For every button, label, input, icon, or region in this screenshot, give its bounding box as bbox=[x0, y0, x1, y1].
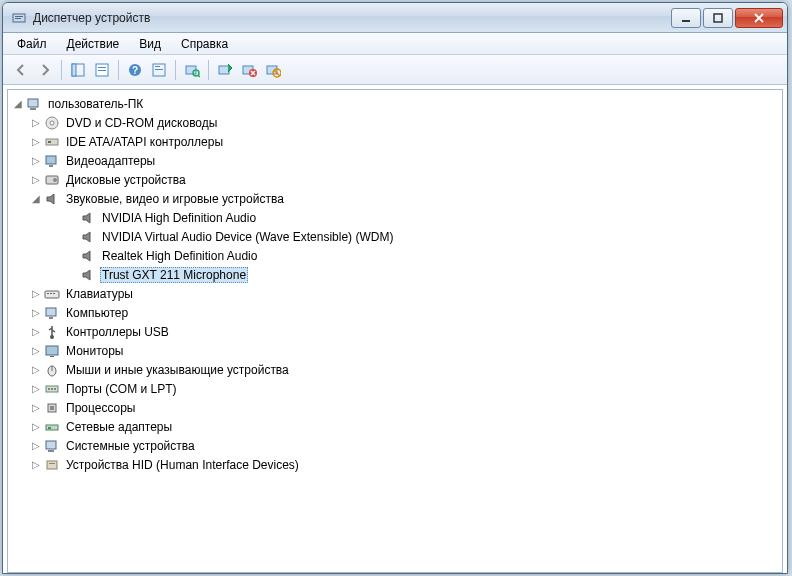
scan-button[interactable] bbox=[180, 58, 204, 82]
toolbar-separator bbox=[61, 60, 62, 80]
svg-rect-32 bbox=[45, 291, 59, 298]
svg-rect-50 bbox=[48, 427, 51, 429]
tree-item-label: Trust GXT 211 Microphone bbox=[100, 267, 248, 283]
svg-rect-3 bbox=[682, 20, 690, 22]
svg-rect-52 bbox=[48, 450, 54, 452]
svg-rect-48 bbox=[50, 406, 54, 410]
show-hide-tree-button[interactable] bbox=[66, 58, 90, 82]
tree-item-trust-selected[interactable]: ▷ Trust GXT 211 Microphone bbox=[8, 265, 782, 284]
monitor-icon bbox=[44, 343, 60, 359]
tree-item-video[interactable]: ▷ Видеоадаптеры bbox=[8, 151, 782, 170]
tree-item-usb[interactable]: ▷ Контроллеры USB bbox=[8, 322, 782, 341]
forward-button[interactable] bbox=[33, 58, 57, 82]
expand-icon[interactable]: ▷ bbox=[30, 136, 42, 148]
svg-point-46 bbox=[54, 388, 56, 390]
collapse-icon[interactable]: ◢ bbox=[12, 98, 24, 110]
tree-item-label: Видеоадаптеры bbox=[64, 153, 157, 169]
expand-icon[interactable]: ▷ bbox=[30, 402, 42, 414]
menu-view[interactable]: Вид bbox=[129, 35, 171, 53]
svg-rect-51 bbox=[46, 441, 56, 449]
update-driver-button[interactable] bbox=[213, 58, 237, 82]
tree-item-label: Сетевые адаптеры bbox=[64, 419, 174, 435]
tree-item-label: Realtek High Definition Audio bbox=[100, 248, 259, 264]
keyboard-icon bbox=[44, 286, 60, 302]
tree-item-ports[interactable]: ▷ Порты (COM и LPT) bbox=[8, 379, 782, 398]
tree-item-keyboard[interactable]: ▷ Клавиатуры bbox=[8, 284, 782, 303]
menu-file[interactable]: Файл bbox=[7, 35, 57, 53]
expand-icon[interactable]: ▷ bbox=[30, 345, 42, 357]
back-button[interactable] bbox=[9, 58, 33, 82]
tree-item-realtek[interactable]: ▷ Realtek High Definition Audio bbox=[8, 246, 782, 265]
tree-item-system[interactable]: ▷ Системные устройства bbox=[8, 436, 782, 455]
svg-rect-49 bbox=[46, 425, 58, 430]
svg-rect-33 bbox=[47, 293, 49, 294]
tree-item-hid[interactable]: ▷ Устройства HID (Human Interface Device… bbox=[8, 455, 782, 474]
display-adapter-icon bbox=[44, 153, 60, 169]
tree-item-label: Системные устройства bbox=[64, 438, 197, 454]
expand-icon[interactable]: ▷ bbox=[30, 383, 42, 395]
disable-button[interactable] bbox=[261, 58, 285, 82]
svg-rect-35 bbox=[53, 293, 55, 294]
tree-item-disk[interactable]: ▷ Дисковые устройства bbox=[8, 170, 782, 189]
tree-item-nvidia-virtual[interactable]: ▷ NVIDIA Virtual Audio Device (Wave Exte… bbox=[8, 227, 782, 246]
svg-rect-23 bbox=[30, 108, 36, 110]
expand-icon[interactable]: ▷ bbox=[30, 288, 42, 300]
tree-item-dvd[interactable]: ▷ DVD и CD-ROM дисководы bbox=[8, 113, 782, 132]
uninstall-button[interactable] bbox=[237, 58, 261, 82]
network-icon bbox=[44, 419, 60, 435]
maximize-button[interactable] bbox=[703, 8, 733, 28]
sound-icon bbox=[80, 210, 96, 226]
svg-rect-17 bbox=[219, 66, 229, 74]
svg-rect-39 bbox=[46, 346, 58, 355]
collapse-icon[interactable]: ◢ bbox=[30, 193, 42, 205]
svg-rect-54 bbox=[49, 463, 55, 464]
tree-item-label: Устройства HID (Human Interface Devices) bbox=[64, 457, 301, 473]
toolbar-separator bbox=[118, 60, 119, 80]
minimize-button[interactable] bbox=[671, 8, 701, 28]
tree-item-cpu[interactable]: ▷ Процессоры bbox=[8, 398, 782, 417]
menu-action[interactable]: Действие bbox=[57, 35, 130, 53]
svg-rect-36 bbox=[46, 308, 56, 316]
svg-point-44 bbox=[48, 388, 50, 390]
tree-item-monitor[interactable]: ▷ Мониторы bbox=[8, 341, 782, 360]
help-button[interactable]: ? bbox=[123, 58, 147, 82]
svg-rect-1 bbox=[15, 16, 23, 17]
svg-rect-9 bbox=[98, 70, 106, 71]
svg-rect-34 bbox=[50, 293, 52, 294]
tree-item-label: Дисковые устройства bbox=[64, 172, 188, 188]
tree-item-label: IDE ATA/ATAPI контроллеры bbox=[64, 134, 225, 150]
svg-rect-53 bbox=[47, 461, 57, 469]
tree-item-ide[interactable]: ▷ IDE ATA/ATAPI контроллеры bbox=[8, 132, 782, 151]
expand-icon[interactable]: ▷ bbox=[30, 174, 42, 186]
expand-icon[interactable]: ▷ bbox=[30, 421, 42, 433]
dvd-icon bbox=[44, 115, 60, 131]
titlebar[interactable]: Диспетчер устройств bbox=[3, 3, 787, 33]
svg-rect-29 bbox=[49, 165, 53, 167]
svg-rect-26 bbox=[46, 139, 58, 145]
tree-item-nvidia-hd[interactable]: ▷ NVIDIA High Definition Audio bbox=[8, 208, 782, 227]
expand-icon[interactable]: ▷ bbox=[30, 117, 42, 129]
system-icon bbox=[44, 438, 60, 454]
ide-icon bbox=[44, 134, 60, 150]
window-controls bbox=[669, 8, 783, 28]
action-button[interactable] bbox=[147, 58, 171, 82]
tree-item-computer[interactable]: ▷ Компьютер bbox=[8, 303, 782, 322]
device-tree[interactable]: ◢ пользователь-ПК ▷ DVD и CD-ROM дисково… bbox=[7, 89, 783, 573]
expand-icon[interactable]: ▷ bbox=[30, 364, 42, 376]
toolbar-separator bbox=[208, 60, 209, 80]
tree-item-mouse[interactable]: ▷ Мыши и иные указывающие устройства bbox=[8, 360, 782, 379]
properties-button[interactable] bbox=[90, 58, 114, 82]
expand-icon[interactable]: ▷ bbox=[30, 307, 42, 319]
app-icon bbox=[11, 10, 27, 26]
close-button[interactable] bbox=[735, 8, 783, 28]
tree-root[interactable]: ◢ пользователь-ПК bbox=[8, 94, 782, 113]
expand-icon[interactable]: ▷ bbox=[30, 459, 42, 471]
tree-item-label: Компьютер bbox=[64, 305, 130, 321]
expand-icon[interactable]: ▷ bbox=[30, 440, 42, 452]
tree-item-network[interactable]: ▷ Сетевые адаптеры bbox=[8, 417, 782, 436]
expand-icon[interactable]: ▷ bbox=[30, 155, 42, 167]
menu-help[interactable]: Справка bbox=[171, 35, 238, 53]
tree-item-label: DVD и CD-ROM дисководы bbox=[64, 115, 219, 131]
expand-icon[interactable]: ▷ bbox=[30, 326, 42, 338]
tree-item-sound[interactable]: ◢ Звуковые, видео и игровые устройства bbox=[8, 189, 782, 208]
